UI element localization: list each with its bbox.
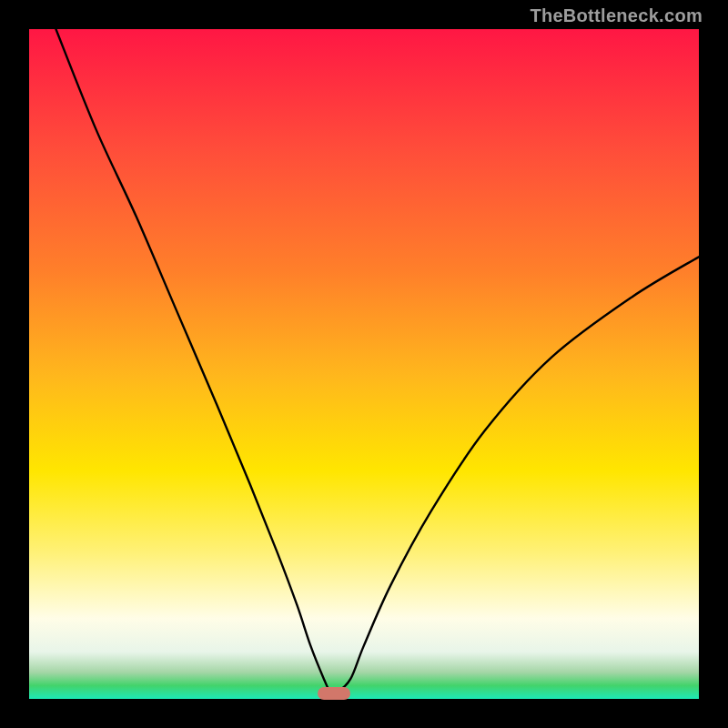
plot-area: [29, 29, 699, 699]
watermark-text: TheBottleneck.com: [530, 5, 703, 26]
optimal-point-marker: [318, 687, 350, 700]
bottleneck-curve: [29, 29, 699, 699]
chart-container: TheBottleneck.com: [0, 0, 728, 728]
